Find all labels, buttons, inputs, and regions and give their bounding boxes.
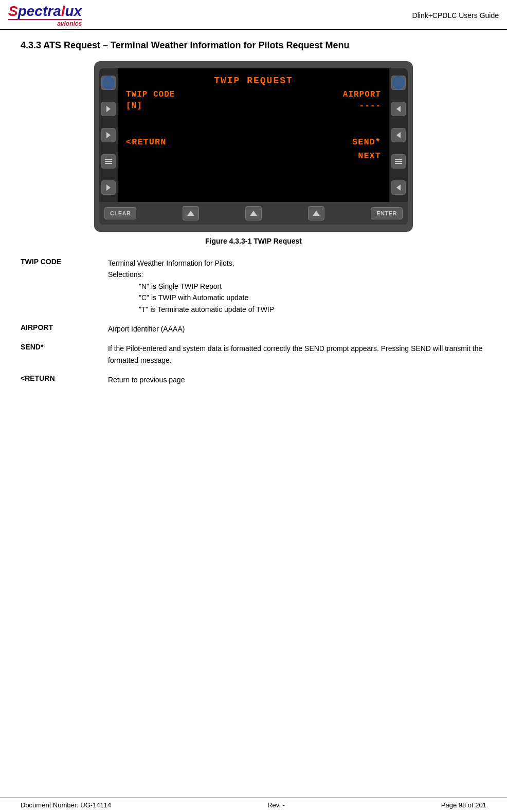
left-btn-2[interactable]: [101, 102, 116, 116]
logo-spectra: S: [8, 4, 18, 19]
line3: [105, 163, 112, 164]
screen-n-value: [N]: [126, 101, 142, 110]
def-airport: Airport Identifier (AAAA): [108, 323, 486, 335]
line1: [105, 159, 112, 160]
section-heading: 4.3.3 ATS Request – Terminal Weather Inf…: [21, 40, 486, 51]
left-btn-5[interactable]: [101, 180, 116, 195]
up-arrow-icon-3: [313, 211, 320, 216]
screen-return-label: <RETURN: [126, 137, 166, 147]
screen-twip-code-label: TWIP CODE: [126, 90, 175, 99]
def-return: Return to previous page: [108, 374, 486, 385]
device-bottom-buttons: CLEAR ENTER: [99, 202, 408, 225]
lines-icon-right: [395, 159, 402, 164]
up-arrow-icon-2: [250, 211, 257, 216]
clear-button[interactable]: CLEAR: [104, 207, 136, 219]
device-screen: TWIP REQUEST TWIP CODE AIRPORT [N] ---- …: [118, 68, 389, 202]
arrow-right-icon-3: [106, 184, 111, 191]
up-arrow-icon-1: [187, 211, 194, 216]
description-table: TWIP CODE Terminal Weather Information f…: [21, 257, 486, 386]
right-btn-4[interactable]: [391, 154, 406, 169]
logo-spectra2: pectra: [18, 4, 61, 19]
screen-airport-label: AIRPORT: [343, 90, 381, 99]
avionics-device: TWIP REQUEST TWIP CODE AIRPORT [N] ---- …: [94, 61, 413, 232]
desc-row-airport: AIRPORT Airport Identifier (AAAA): [21, 323, 486, 335]
desc-row-return: <RETURN Return to previous page: [21, 374, 486, 385]
up-button-2[interactable]: [245, 206, 262, 220]
logo-avionics: avionics: [8, 21, 82, 27]
up-button-1[interactable]: [183, 206, 199, 220]
right-btn-3[interactable]: [391, 128, 406, 142]
screen-spacer: [126, 113, 381, 133]
arrow-left-icon: [396, 106, 401, 112]
left-btn-3[interactable]: [101, 128, 116, 142]
document-title: Dlink+CPDLC Users Guide: [412, 11, 499, 20]
logo-lux2: ux: [65, 4, 82, 19]
right-btn-5[interactable]: [391, 180, 406, 195]
right-btn-top[interactable]: [391, 76, 406, 90]
arrow-right-icon-2: [106, 132, 111, 138]
screen-title: TWIP REQUEST: [126, 76, 381, 86]
line1-r: [395, 159, 402, 160]
twip-option-n: "N" is Single TWIP Report: [139, 281, 486, 292]
lines-icon: [105, 159, 112, 164]
right-side-buttons: [389, 68, 408, 202]
arrow-right-icon: [106, 106, 111, 112]
figure-caption: Figure 4.3.3-1 TWIP Request: [21, 237, 486, 245]
term-airport: AIRPORT: [21, 323, 108, 331]
page-number: Page 98 of 201: [441, 801, 486, 809]
right-btn-2[interactable]: [391, 102, 406, 116]
term-twip-code: TWIP CODE: [21, 257, 108, 266]
twip-option-c: "C" is TWIP with Automatic update: [139, 292, 486, 303]
term-send: SEND*: [21, 343, 108, 351]
screen-send-label: SEND*: [352, 137, 381, 147]
left-btn-top[interactable]: [101, 76, 116, 90]
arrow-left-icon-3: [396, 184, 401, 191]
page-header: Spectralux avionics Dlink+CPDLC Users Gu…: [0, 0, 507, 30]
rev-number: Rev. -: [267, 801, 285, 809]
screen-row-2: [N] ----: [126, 101, 381, 110]
screen-bottom-row: <RETURN SEND*: [126, 137, 381, 147]
main-content: 4.3.3 ATS Request – Terminal Weather Inf…: [0, 30, 507, 425]
enter-button[interactable]: ENTER: [371, 207, 403, 219]
desc-row-twip-code: TWIP CODE Terminal Weather Information f…: [21, 257, 486, 315]
arrow-left-icon-2: [396, 132, 401, 138]
page-footer: Document Number: UG-14114 Rev. - Page 98…: [0, 798, 507, 812]
circle-btn-right: [392, 76, 405, 90]
circle-btn: [102, 76, 115, 90]
term-return: <RETURN: [21, 374, 108, 382]
company-logo: Spectralux avionics: [8, 4, 82, 27]
device-top: TWIP REQUEST TWIP CODE AIRPORT [N] ---- …: [99, 68, 408, 202]
twip-option-t: "T" is Terminate automatic update of TWI…: [139, 304, 486, 315]
line2: [105, 161, 112, 162]
screen-next-label: NEXT: [126, 151, 381, 161]
desc-row-send: SEND* If the Pilot-entered and system da…: [21, 343, 486, 366]
line2-r: [395, 161, 402, 162]
device-figure: TWIP REQUEST TWIP CODE AIRPORT [N] ---- …: [21, 61, 486, 232]
logo-lux1: l: [61, 4, 65, 19]
line3-r: [395, 163, 402, 164]
device-inner: TWIP REQUEST TWIP CODE AIRPORT [N] ---- …: [99, 68, 408, 225]
up-button-3[interactable]: [308, 206, 324, 220]
def-twip-code: Terminal Weather Information for Pilots.…: [108, 257, 486, 315]
doc-number: Document Number: UG-14114: [21, 801, 111, 809]
left-btn-4[interactable]: [101, 154, 116, 169]
left-side-buttons: [99, 68, 118, 202]
screen-row-1: TWIP CODE AIRPORT: [126, 90, 381, 99]
def-send: If the Pilot-entered and system data is …: [108, 343, 486, 366]
screen-dashes: ----: [359, 101, 381, 110]
